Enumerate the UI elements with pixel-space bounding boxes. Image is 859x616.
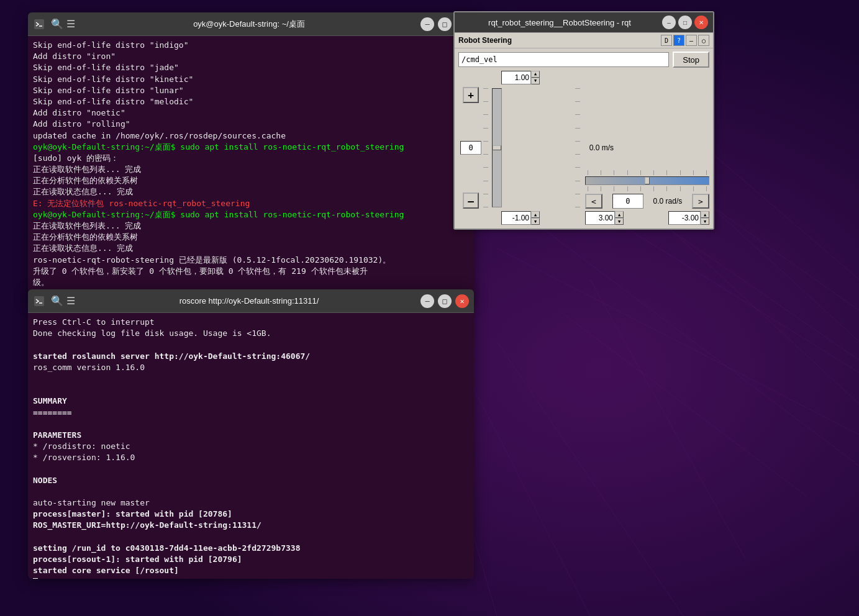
tick [483,114,488,115]
speed-max-down-btn[interactable]: ▼ [531,78,540,84]
hslider-track[interactable] [585,176,709,185]
vslider-right-ticks [575,86,583,210]
terminal-line-bold: setting /run_id to c0430118-7dd4-11ee-ac… [33,543,469,554]
tick [575,101,580,102]
terminal-line: 级。 [33,277,469,288]
terminal-window-2: 🔍 ☰ roscore http://oyk-Default-string:11… [28,289,474,579]
close-btn-2[interactable]: ✕ [455,294,469,308]
stop-button[interactable]: Stop [673,52,709,68]
terminal-line [33,384,469,396]
speed-max-spinbox: ▲ ▼ [501,71,540,84]
terminal-icon-2 [33,295,45,307]
maximize-btn-1[interactable]: □ [438,17,452,31]
terminal-line: 正在读取软件包列表... 完成 [33,220,469,232]
terminal-line: 升级了 0 个软件包，新安装了 0 个软件包，要卸载 0 个软件包，有 219 … [33,266,469,277]
menu-icon-2[interactable]: ☰ [64,294,78,308]
terminal-body-2: Press Ctrl-C to interrupt Done checking … [28,313,474,579]
terminal-window-1: 🔍 ☰ oyk@oyk-Default-string: ~/桌面 – □ ✕ S… [28,12,474,302]
speed-value-display: 0 [460,141,481,155]
tick [483,141,488,142]
terminal-line [33,373,469,384]
terminal-line-bold: started roslaunch server http://oyk-Defa… [33,351,469,362]
angular-max-spinbox: ▲ ▼ [585,211,624,225]
terminal-line: Add distro "noetic" [33,107,469,119]
tick [627,170,628,175]
rqt-minimize-btn[interactable]: – [662,16,676,29]
tick [614,186,614,191]
rqt-close-btn[interactable]: ✕ [694,16,708,29]
controls-area: ▲ ▼ + 0 – [455,71,713,229]
terminal-line: Done checking log file disk usage. Usage… [33,328,469,339]
terminal-line: auto-starting new master [33,497,469,509]
angular-min-up-btn[interactable]: ▲ [701,211,709,218]
angular-max-down-btn[interactable]: ▼ [615,218,624,225]
tick [575,194,580,194]
rqt-titlebar: rqt_robot_steering__RobotSteering - rqt … [455,12,713,32]
terminal-icon-1 [33,18,45,30]
tick [575,114,580,115]
angular-min-down-btn[interactable]: ▼ [701,218,709,225]
right-btn[interactable]: > [692,194,709,209]
terminal-line: 正在读取状态信息... 完成 [33,186,469,197]
tick [693,186,694,191]
terminal-line: ros-noetic-rqt-robot-steering 已经是最新版 (0.… [33,255,469,266]
tick [627,186,628,191]
search-icon-2[interactable]: 🔍 [50,294,64,308]
search-icon-1[interactable]: 🔍 [50,17,64,31]
error-line: E: 无法定位软件包 ros-noetic-rqt_robot_steering [33,198,469,209]
topic-row: Stop [455,48,713,71]
vslider-track[interactable] [492,88,502,207]
speed-min-down-btn[interactable]: ▼ [531,218,540,225]
speed-min-input[interactable] [501,211,531,225]
tick [588,170,588,175]
tick [640,186,641,191]
left-btn[interactable]: < [585,194,602,209]
terminal-line-bold: process[rosout-1]: started with pid [207… [33,554,469,565]
menu-icon-1[interactable]: ☰ [64,17,78,31]
panel-undock-btn[interactable]: – [686,35,697,46]
minimize-btn-1[interactable]: – [420,17,434,31]
angular-max-up-btn[interactable]: ▲ [615,211,624,218]
terminal-line [33,532,469,543]
panel-d-btn[interactable]: D [661,35,672,46]
window-buttons-2: – □ ✕ [420,294,469,308]
terminal-body-1: Skip end-of-life distro "indigo" Add dis… [28,36,474,302]
panel-float-btn[interactable]: ○ [698,35,709,46]
tick [693,170,694,175]
speed-min-up-btn[interactable]: ▲ [531,211,540,218]
speed-max-up-btn[interactable]: ▲ [531,71,540,78]
tick [653,170,654,175]
prompt-line: oyk@oyk-Default-string:~/桌面$ sudo apt in… [33,142,469,153]
terminal-line: Add distro "iron" [33,51,469,62]
terminal-line: Skip end-of-life distro "melodic" [33,96,469,107]
terminal-line [33,486,469,497]
speed-minus-btn[interactable]: – [463,192,479,209]
terminal-line [33,419,469,430]
tick [614,170,614,175]
speed-max-input[interactable] [501,71,531,84]
angular-max-input[interactable] [585,211,615,225]
rqt-maximize-btn[interactable]: □ [678,16,692,29]
terminal-line: * /rosdistro: noetic [33,441,469,452]
angular-min-input[interactable] [668,211,701,225]
hslider-handle[interactable] [645,177,650,184]
vslider-handle[interactable] [493,145,501,150]
prompt-line: oyk@oyk-Default-string:~/桌面$ sudo apt in… [33,209,469,220]
maximize-btn-2[interactable]: □ [438,294,452,308]
panel-title: Robot Steering [458,36,661,45]
terminal-line: Skip end-of-life distro "lunar" [33,85,469,96]
speed-min-spinbox: ▲ ▼ [501,211,540,225]
minimize-btn-2[interactable]: – [420,294,434,308]
panel-help-btn[interactable]: ? [673,35,684,46]
titlebar-1: 🔍 ☰ oyk@oyk-Default-string: ~/桌面 – □ ✕ [28,12,474,36]
hslider-top-ticks [585,170,709,175]
terminal-line: [sudo] oyk 的密码： [33,153,469,164]
terminal-line [33,576,469,579]
topic-input[interactable] [458,52,669,67]
terminal-line: updated cache in /home/oyk/.ros/rosdep/s… [33,130,469,142]
tick [483,88,488,89]
tick [680,170,681,175]
tick [483,128,488,129]
tick [483,154,488,155]
speed-plus-btn[interactable]: + [463,87,479,103]
